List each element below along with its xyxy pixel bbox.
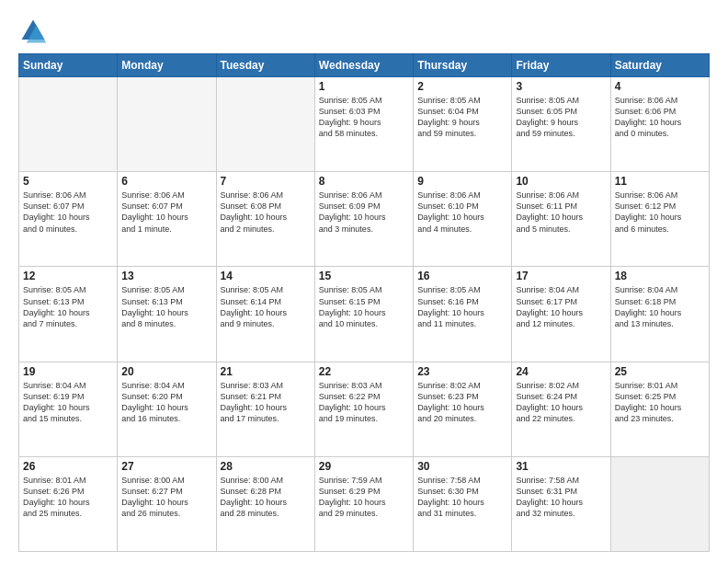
calendar-cell: 28Sunrise: 8:00 AM Sunset: 6:28 PM Dayli… bbox=[216, 456, 314, 551]
calendar-cell bbox=[216, 77, 314, 172]
day-number: 16 bbox=[417, 270, 507, 282]
weekday-header-wednesday: Wednesday bbox=[314, 54, 413, 77]
day-number: 14 bbox=[221, 270, 311, 282]
calendar-cell: 14Sunrise: 8:05 AM Sunset: 6:14 PM Dayli… bbox=[216, 267, 314, 362]
day-number: 13 bbox=[121, 270, 211, 282]
day-info: Sunrise: 8:06 AM Sunset: 6:06 PM Dayligh… bbox=[615, 95, 705, 140]
day-info: Sunrise: 8:06 AM Sunset: 6:10 PM Dayligh… bbox=[417, 190, 507, 235]
day-number: 10 bbox=[516, 175, 606, 188]
day-number: 6 bbox=[121, 175, 211, 188]
day-number: 29 bbox=[319, 460, 409, 473]
calendar-cell: 26Sunrise: 8:01 AM Sunset: 6:26 PM Dayli… bbox=[19, 456, 118, 551]
calendar-cell: 12Sunrise: 8:05 AM Sunset: 6:13 PM Dayli… bbox=[19, 267, 118, 362]
day-info: Sunrise: 8:05 AM Sunset: 6:14 PM Dayligh… bbox=[221, 284, 311, 329]
day-info: Sunrise: 8:06 AM Sunset: 6:12 PM Dayligh… bbox=[615, 190, 705, 235]
day-number: 5 bbox=[23, 175, 113, 188]
week-row-3: 19Sunrise: 8:04 AM Sunset: 6:19 PM Dayli… bbox=[19, 362, 710, 456]
calendar-cell: 11Sunrise: 8:06 AM Sunset: 6:12 PM Dayli… bbox=[610, 172, 709, 267]
day-number: 31 bbox=[516, 460, 606, 473]
calendar-cell: 16Sunrise: 8:05 AM Sunset: 6:16 PM Dayli… bbox=[414, 267, 512, 362]
weekday-header-thursday: Thursday bbox=[414, 54, 512, 77]
day-info: Sunrise: 8:04 AM Sunset: 6:19 PM Dayligh… bbox=[23, 380, 113, 425]
week-row-0: 1Sunrise: 8:05 AM Sunset: 6:03 PM Daylig… bbox=[19, 77, 710, 172]
day-info: Sunrise: 8:04 AM Sunset: 6:18 PM Dayligh… bbox=[615, 284, 705, 329]
day-number: 3 bbox=[516, 80, 606, 93]
day-number: 17 bbox=[516, 270, 606, 282]
weekday-header-friday: Friday bbox=[512, 54, 610, 77]
day-number: 27 bbox=[121, 460, 211, 473]
day-info: Sunrise: 8:04 AM Sunset: 6:20 PM Dayligh… bbox=[121, 380, 211, 425]
day-number: 7 bbox=[221, 175, 311, 188]
day-info: Sunrise: 8:06 AM Sunset: 6:09 PM Dayligh… bbox=[319, 190, 409, 235]
day-info: Sunrise: 8:06 AM Sunset: 6:08 PM Dayligh… bbox=[221, 190, 311, 235]
day-number: 4 bbox=[615, 80, 705, 93]
calendar-cell: 22Sunrise: 8:03 AM Sunset: 6:22 PM Dayli… bbox=[314, 362, 413, 456]
day-number: 20 bbox=[121, 365, 211, 378]
day-info: Sunrise: 8:05 AM Sunset: 6:15 PM Dayligh… bbox=[319, 284, 409, 329]
day-info: Sunrise: 8:04 AM Sunset: 6:17 PM Dayligh… bbox=[516, 284, 606, 329]
week-row-4: 26Sunrise: 8:01 AM Sunset: 6:26 PM Dayli… bbox=[19, 456, 710, 551]
day-number: 2 bbox=[417, 80, 507, 93]
day-number: 1 bbox=[319, 80, 409, 93]
day-info: Sunrise: 8:01 AM Sunset: 6:25 PM Dayligh… bbox=[615, 380, 705, 425]
weekday-header-sunday: Sunday bbox=[19, 54, 118, 77]
calendar-cell: 13Sunrise: 8:05 AM Sunset: 6:13 PM Dayli… bbox=[118, 267, 216, 362]
weekday-header-monday: Monday bbox=[118, 54, 216, 77]
calendar-table: SundayMondayTuesdayWednesdayThursdayFrid… bbox=[18, 53, 710, 552]
day-info: Sunrise: 8:05 AM Sunset: 6:13 PM Dayligh… bbox=[23, 284, 113, 329]
day-number: 25 bbox=[615, 365, 705, 378]
calendar-cell: 10Sunrise: 8:06 AM Sunset: 6:11 PM Dayli… bbox=[512, 172, 610, 267]
day-number: 18 bbox=[615, 270, 705, 282]
calendar-cell bbox=[19, 77, 118, 172]
logo-icon bbox=[18, 17, 48, 46]
day-number: 24 bbox=[516, 365, 606, 378]
logo bbox=[18, 17, 51, 46]
weekday-header-row: SundayMondayTuesdayWednesdayThursdayFrid… bbox=[19, 54, 710, 77]
day-info: Sunrise: 7:58 AM Sunset: 6:30 PM Dayligh… bbox=[417, 475, 507, 520]
calendar-cell: 20Sunrise: 8:04 AM Sunset: 6:20 PM Dayli… bbox=[118, 362, 216, 456]
day-number: 15 bbox=[319, 270, 409, 282]
day-info: Sunrise: 8:05 AM Sunset: 6:05 PM Dayligh… bbox=[516, 95, 606, 140]
day-number: 19 bbox=[23, 365, 113, 378]
calendar-cell: 23Sunrise: 8:02 AM Sunset: 6:23 PM Dayli… bbox=[414, 362, 512, 456]
calendar-cell: 4Sunrise: 8:06 AM Sunset: 6:06 PM Daylig… bbox=[610, 77, 709, 172]
day-number: 12 bbox=[23, 270, 113, 282]
day-number: 22 bbox=[319, 365, 409, 378]
day-info: Sunrise: 8:03 AM Sunset: 6:22 PM Dayligh… bbox=[319, 380, 409, 425]
day-info: Sunrise: 8:01 AM Sunset: 6:26 PM Dayligh… bbox=[23, 475, 113, 520]
day-info: Sunrise: 7:59 AM Sunset: 6:29 PM Dayligh… bbox=[319, 475, 409, 520]
calendar-cell: 24Sunrise: 8:02 AM Sunset: 6:24 PM Dayli… bbox=[512, 362, 610, 456]
calendar-cell: 9Sunrise: 8:06 AM Sunset: 6:10 PM Daylig… bbox=[414, 172, 512, 267]
day-info: Sunrise: 8:05 AM Sunset: 6:16 PM Dayligh… bbox=[417, 284, 507, 329]
day-info: Sunrise: 8:06 AM Sunset: 6:07 PM Dayligh… bbox=[23, 190, 113, 235]
calendar-cell: 30Sunrise: 7:58 AM Sunset: 6:30 PM Dayli… bbox=[414, 456, 512, 551]
weekday-header-tuesday: Tuesday bbox=[216, 54, 314, 77]
calendar-cell: 7Sunrise: 8:06 AM Sunset: 6:08 PM Daylig… bbox=[216, 172, 314, 267]
day-number: 26 bbox=[23, 460, 113, 473]
calendar-cell: 29Sunrise: 7:59 AM Sunset: 6:29 PM Dayli… bbox=[314, 456, 413, 551]
calendar-cell bbox=[610, 456, 709, 551]
day-info: Sunrise: 8:05 AM Sunset: 6:03 PM Dayligh… bbox=[319, 95, 409, 140]
calendar-cell: 2Sunrise: 8:05 AM Sunset: 6:04 PM Daylig… bbox=[414, 77, 512, 172]
day-number: 8 bbox=[319, 175, 409, 188]
calendar-cell: 3Sunrise: 8:05 AM Sunset: 6:05 PM Daylig… bbox=[512, 77, 610, 172]
day-info: Sunrise: 8:06 AM Sunset: 6:07 PM Dayligh… bbox=[121, 190, 211, 235]
day-info: Sunrise: 8:06 AM Sunset: 6:11 PM Dayligh… bbox=[516, 190, 606, 235]
week-row-2: 12Sunrise: 8:05 AM Sunset: 6:13 PM Dayli… bbox=[19, 267, 710, 362]
calendar-cell: 5Sunrise: 8:06 AM Sunset: 6:07 PM Daylig… bbox=[19, 172, 118, 267]
day-info: Sunrise: 7:58 AM Sunset: 6:31 PM Dayligh… bbox=[516, 475, 606, 520]
calendar-cell: 6Sunrise: 8:06 AM Sunset: 6:07 PM Daylig… bbox=[118, 172, 216, 267]
week-row-1: 5Sunrise: 8:06 AM Sunset: 6:07 PM Daylig… bbox=[19, 172, 710, 267]
day-info: Sunrise: 8:05 AM Sunset: 6:04 PM Dayligh… bbox=[417, 95, 507, 140]
calendar-cell: 19Sunrise: 8:04 AM Sunset: 6:19 PM Dayli… bbox=[19, 362, 118, 456]
day-info: Sunrise: 8:00 AM Sunset: 6:27 PM Dayligh… bbox=[121, 475, 211, 520]
calendar-cell: 8Sunrise: 8:06 AM Sunset: 6:09 PM Daylig… bbox=[314, 172, 413, 267]
day-number: 30 bbox=[417, 460, 507, 473]
day-number: 11 bbox=[615, 175, 705, 188]
day-number: 28 bbox=[221, 460, 311, 473]
day-info: Sunrise: 8:00 AM Sunset: 6:28 PM Dayligh… bbox=[221, 475, 311, 520]
day-info: Sunrise: 8:02 AM Sunset: 6:23 PM Dayligh… bbox=[417, 380, 507, 425]
page: SundayMondayTuesdayWednesdayThursdayFrid… bbox=[0, 0, 728, 563]
calendar-cell: 25Sunrise: 8:01 AM Sunset: 6:25 PM Dayli… bbox=[610, 362, 709, 456]
calendar-cell: 27Sunrise: 8:00 AM Sunset: 6:27 PM Dayli… bbox=[118, 456, 216, 551]
